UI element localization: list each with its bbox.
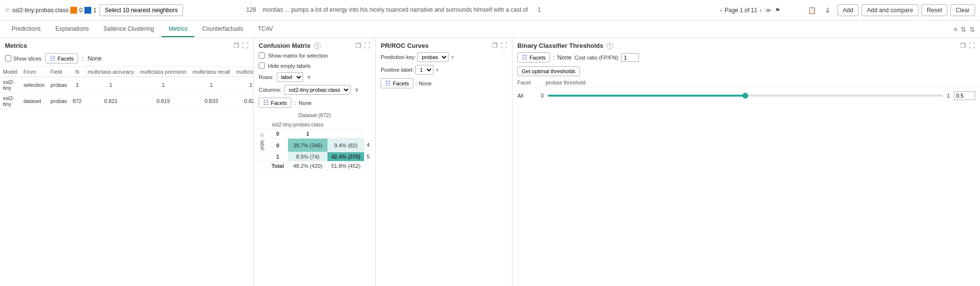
matrix-total-label: Total (267, 162, 287, 171)
threshold-value-input[interactable] (954, 91, 975, 100)
tabs-icons: ≡ ⇅ ⇅ (954, 25, 975, 33)
col-n: N (70, 67, 84, 77)
matrix-corner (257, 120, 267, 129)
tabs-menu-icon[interactable]: ≡ (954, 25, 958, 33)
main-content: Metrics ❐ ⛶ Show slices ☷ Facets : None (0, 38, 980, 286)
page-total: 11 (751, 7, 757, 14)
matrix-row-1: 1 8.5% (74) 42.4% (370) 5 (257, 152, 372, 162)
metrics-facets-button[interactable]: ☷ Facets (45, 53, 78, 63)
binary-controls: ☷ Facets : None Cost ratio (FP/FN): (512, 50, 980, 64)
tab-metrics[interactable]: Metrics (162, 21, 194, 37)
prediction-key-label: Prediction key: (381, 54, 416, 60)
matrix-row-label-0: label (257, 139, 267, 152)
cost-ratio-input[interactable] (621, 53, 639, 62)
copy-icon[interactable]: 📋 (806, 5, 818, 15)
cols-label: Columns: (259, 87, 281, 93)
page-label: Page (725, 7, 738, 14)
cost-ratio: Cost ratio (FP/FN): (574, 53, 639, 62)
show-matrix-checkbox[interactable] (259, 52, 265, 59)
add-compare-button[interactable]: Add and compare (861, 4, 919, 16)
matrix-label-corner: △ (257, 129, 267, 139)
reset-button[interactable]: Reset (921, 4, 947, 16)
prroc-panel-header: PR/ROC Curves ❐ ⛶ (376, 38, 512, 50)
tab-salience-clustering[interactable]: Salience Clustering (97, 21, 161, 37)
cost-ratio-label: Cost ratio (FP/FN): (574, 55, 619, 61)
threshold-table-headers: Facet probas threshold (512, 78, 980, 87)
row2-f1: 0.826 (233, 93, 253, 109)
binary-title-text: Binary Classifier Thresholds (517, 42, 603, 49)
prroc-fullscreen-icon[interactable]: ⛶ (501, 42, 507, 49)
get-optimal-thresholds-button[interactable]: Get optimal thresholds (517, 66, 580, 76)
tab-predictions[interactable]: Predictions (5, 21, 47, 37)
confusion-facets-label: Facets (271, 100, 287, 106)
show-slices-check[interactable]: Show slices (5, 55, 41, 61)
binary-classifier-panel: Binary Classifier Thresholds ? ❐ ⛶ ☷ Fac… (512, 38, 980, 286)
confusion-matrix-area: Dataset (872) sst2-tiny:probas:class △ 0… (254, 109, 375, 286)
confusion-colon: : (294, 100, 296, 106)
row1-from: selection (20, 77, 47, 93)
metrics-expand-icon[interactable]: ❐ (233, 42, 239, 49)
matrix-row-label-spacer (257, 152, 267, 162)
prroc-facets-grid-icon: ☷ (385, 80, 391, 87)
matrix-cell-01: 9.4% (82) (327, 139, 364, 152)
tab-explanations[interactable]: Explanations (48, 21, 96, 37)
prroc-expand-icon[interactable]: ❐ (492, 42, 498, 49)
sample-count: 1 (538, 6, 541, 13)
cols-expand-icon[interactable]: ▼ (353, 86, 360, 94)
confusion-panel-icons: ❐ ⛶ (355, 42, 370, 49)
clear-button[interactable]: Clear (950, 4, 975, 16)
bookmark-icon[interactable]: ⚑ (774, 7, 781, 14)
confusion-help-icon[interactable]: ? (314, 42, 321, 49)
tabs-expand-icon[interactable]: ⇅ (969, 25, 975, 33)
row2-from: dataset (20, 93, 47, 109)
confusion-none-label: None (299, 100, 311, 106)
metrics-panel-icons: ❐ ⛶ (233, 42, 248, 49)
prroc-panel: PR/ROC Curves ❐ ⛶ Prediction key: probas… (376, 38, 512, 286)
binary-fullscreen-icon[interactable]: ⛶ (969, 42, 975, 49)
rows-row: Rows: label ▼ (254, 71, 375, 83)
binary-expand-icon[interactable]: ❐ (960, 42, 966, 49)
matrix-total-row: Total 48.2% (420) 51.8% (452) (257, 162, 372, 171)
hide-empty-checkbox[interactable] (259, 62, 265, 69)
model-label: ☉ sst2-tiny:probas:class 0 1 (5, 7, 97, 14)
prroc-title: PR/ROC Curves (381, 42, 429, 49)
tab-counterfactuals[interactable]: Counterfactuals (195, 21, 250, 37)
rows-expand-icon[interactable]: ▼ (306, 74, 312, 81)
col-field: Field (47, 67, 70, 77)
row2-model: sst2-tiny (0, 93, 20, 109)
tabs-layout-icon[interactable]: ⇅ (960, 25, 966, 33)
prediction-key-dropdown[interactable]: probas (417, 52, 449, 62)
add-button[interactable]: Add (837, 4, 858, 16)
binary-facets-button[interactable]: ☷ Facets (517, 52, 550, 62)
metrics-facets-label: Facets (58, 56, 74, 61)
matrix-row-0-label: 0 (267, 139, 287, 152)
col-model: Model (0, 67, 20, 77)
tab-tcav[interactable]: TCAV (251, 21, 280, 37)
prev-page-button[interactable]: ‹ (719, 7, 723, 14)
prroc-facets-button[interactable]: ☷ Facets (381, 78, 413, 88)
confusion-expand-icon[interactable]: ❐ (355, 42, 361, 49)
rows-dropdown[interactable]: label (277, 72, 303, 82)
next-page-button[interactable]: › (759, 7, 763, 14)
cols-dropdown[interactable]: sst2-tiny:probas:class (284, 85, 350, 95)
download-icon[interactable]: ⇓ (823, 5, 833, 15)
confusion-fullscreen-icon[interactable]: ⛶ (364, 42, 370, 49)
metrics-fullscreen-icon[interactable]: ⛶ (242, 42, 248, 49)
sample-text-area: 128 montias ... pumps a lot of energy in… (242, 6, 715, 14)
show-slices-checkbox[interactable] (5, 55, 11, 61)
binary-help-icon[interactable]: ? (607, 42, 613, 49)
confusion-facets-button[interactable]: ☷ Facets (259, 98, 291, 108)
pos-label-dropdown[interactable]: 1 (415, 65, 433, 75)
binary-panel-icons: ❐ ⛶ (960, 42, 975, 49)
prroc-none-label: None (419, 81, 431, 86)
matrix-row-1-label: 1 (267, 152, 287, 162)
prroc-panel-icons: ❐ ⛶ (492, 42, 507, 49)
row1-accuracy: 1 (84, 77, 137, 93)
select-neighbors-button[interactable]: Select 10 nearest neighbors (100, 4, 183, 16)
page-current: 1 (740, 7, 743, 14)
th-facet: Facet (517, 80, 542, 85)
threshold-slider[interactable] (548, 92, 943, 100)
last-page-button[interactable]: ≫ (764, 7, 773, 14)
confusion-title-text: Confusion Matrix (259, 42, 310, 49)
matrix-total-0: 48.2% (420) (288, 162, 328, 171)
